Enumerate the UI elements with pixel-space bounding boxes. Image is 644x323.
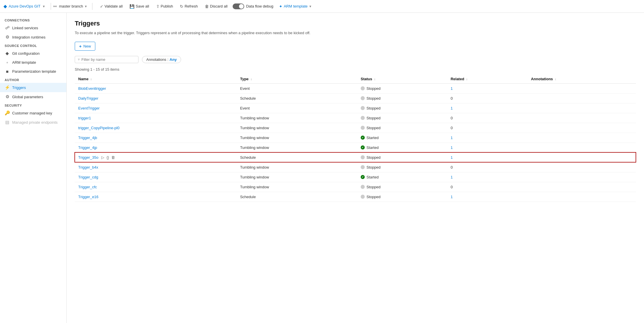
cell-related: 1 bbox=[447, 103, 527, 113]
status-cell: Stopped bbox=[361, 165, 444, 169]
trigger-name-link[interactable]: trigger1 bbox=[78, 116, 91, 120]
filter-input[interactable] bbox=[81, 57, 135, 62]
managed-endpoints-icon: ▤ bbox=[5, 120, 10, 125]
param-template-icon: ■ bbox=[5, 69, 10, 74]
cell-status: Stopped bbox=[357, 152, 447, 162]
toolbar-actions: ✓ Validate all 💾 Save all ⇧ Publish ↻ Re… bbox=[97, 3, 231, 10]
trigger-name-link[interactable]: Trigger_cfc bbox=[78, 185, 97, 189]
row-actions: ▷{}🗑 bbox=[101, 155, 115, 160]
sidebar-item-parameterization-template[interactable]: ■ Parameterization template bbox=[0, 67, 66, 76]
sidebar-item-integration-runtimes[interactable]: ⚙ Integration runtimes bbox=[0, 32, 66, 42]
validate-icon: ✓ bbox=[100, 4, 103, 9]
table-header: Name ↕ Type ↕ Status ↕ Related ↕ Annotat… bbox=[75, 74, 636, 84]
col-status[interactable]: Status ↕ bbox=[357, 74, 447, 84]
status-cell: ✓Started bbox=[361, 136, 444, 140]
cell-name: Trigger_4jp bbox=[75, 143, 237, 152]
sidebar-item-global-parameters[interactable]: ⚙ Global parameters bbox=[0, 92, 66, 101]
filter-input-wrap[interactable]: ▿ bbox=[75, 56, 138, 63]
discard-all-button[interactable]: 🗑 Discard all bbox=[202, 3, 231, 10]
sidebar-item-triggers[interactable]: ⚡ Triggers bbox=[0, 83, 66, 92]
status-cell: Stopped bbox=[361, 96, 444, 101]
triggers-icon: ⚡ bbox=[5, 85, 10, 90]
new-trigger-button[interactable]: + New bbox=[75, 42, 95, 51]
related-link[interactable]: 1 bbox=[450, 155, 453, 160]
cell-name: Trigger_cfc bbox=[75, 182, 237, 192]
arm-template-button[interactable]: ✦ ARM template ▼ bbox=[277, 3, 314, 10]
trigger-name-link[interactable]: Trigger_b4x bbox=[78, 165, 98, 169]
triggers-tbody: BlobEventtriggerEventStopped1DailyTrigge… bbox=[75, 83, 636, 202]
related-link[interactable]: 1 bbox=[450, 175, 453, 179]
trigger-name-link[interactable]: EventTrigger bbox=[78, 106, 100, 110]
trigger-name-link[interactable]: Trigger_35o bbox=[78, 155, 98, 160]
status-started-icon: ✓ bbox=[361, 136, 365, 140]
related-link[interactable]: 1 bbox=[450, 86, 453, 91]
publish-icon: ⇧ bbox=[156, 4, 160, 9]
code-icon[interactable]: {} bbox=[107, 155, 109, 160]
col-type[interactable]: Type ↕ bbox=[237, 74, 357, 84]
dataflow-debug-toggle: Data flow debug bbox=[233, 3, 273, 9]
refresh-button[interactable]: ↻ Refresh bbox=[177, 3, 201, 10]
status-text: Started bbox=[366, 175, 379, 179]
validate-all-button[interactable]: ✓ Validate all bbox=[97, 3, 126, 10]
sidebar-item-label-integration-runtimes: Integration runtimes bbox=[12, 35, 45, 39]
cell-status: Stopped bbox=[357, 162, 447, 172]
new-plus-icon: + bbox=[79, 44, 82, 49]
sidebar-item-label-global-parameters: Global parameters bbox=[12, 95, 43, 99]
col-related[interactable]: Related ↕ bbox=[447, 74, 527, 84]
publish-button[interactable]: ⇧ Publish bbox=[153, 3, 176, 10]
sidebar-item-git-configuration[interactable]: ◆ Git configuration bbox=[0, 49, 66, 58]
trigger-name-link[interactable]: Trigger_4jp bbox=[78, 145, 97, 150]
related-link[interactable]: 1 bbox=[450, 145, 453, 150]
related-link[interactable]: 1 bbox=[450, 195, 453, 199]
trigger-name-link[interactable]: trigger_CopyPipeline-pl0 bbox=[78, 126, 119, 130]
cell-name: trigger1 bbox=[75, 113, 237, 123]
sidebar-item-linked-services[interactable]: ☍ Linked services bbox=[0, 23, 66, 32]
toolbar: ◆ Azure DevOps GIT ▼ ⚯ master branch ▼ ✓… bbox=[0, 0, 644, 13]
cell-status: Stopped bbox=[357, 93, 447, 103]
trigger-name-link[interactable]: BlobEventtrigger bbox=[78, 86, 106, 91]
cell-related: 1 bbox=[447, 152, 527, 162]
brand-chevron-icon[interactable]: ▼ bbox=[42, 5, 45, 8]
toggle-switch[interactable] bbox=[233, 3, 244, 9]
sidebar-item-customer-managed-key[interactable]: 🔑 Customer managed key bbox=[0, 108, 66, 118]
cell-annotations bbox=[528, 133, 636, 143]
source-control-section-title: Source control bbox=[0, 42, 66, 49]
related-link[interactable]: 1 bbox=[450, 136, 453, 140]
cell-name: Trigger_4jb bbox=[75, 133, 237, 143]
trigger-name-link[interactable]: Trigger_e16 bbox=[78, 195, 98, 199]
col-annotations[interactable]: Annotations ↕ bbox=[528, 74, 636, 84]
trigger-name-link[interactable]: Trigger_cdg bbox=[78, 175, 98, 179]
save-all-button[interactable]: 💾 Save all bbox=[127, 3, 152, 10]
status-cell: ✓Started bbox=[361, 175, 444, 179]
cell-type: Tumbling window bbox=[237, 113, 357, 123]
cell-related: 0 bbox=[447, 182, 527, 192]
cell-related: 1 bbox=[447, 172, 527, 182]
discard-label: Discard all bbox=[210, 4, 228, 8]
status-cell: Stopped bbox=[361, 126, 444, 130]
annotations-label: Annotations bbox=[146, 57, 166, 62]
refresh-label: Refresh bbox=[185, 4, 198, 8]
play-icon[interactable]: ▷ bbox=[101, 155, 104, 160]
cell-related: 0 bbox=[447, 123, 527, 133]
cell-name: Trigger_cdg bbox=[75, 172, 237, 182]
status-text: Stopped bbox=[366, 155, 380, 160]
sidebar-item-arm-template[interactable]: ▫ ARM template bbox=[0, 58, 66, 67]
cell-type: Schedule bbox=[237, 152, 357, 162]
cell-type: Schedule bbox=[237, 93, 357, 103]
toolbar-divider-2 bbox=[92, 3, 92, 10]
cell-related: 0 bbox=[447, 93, 527, 103]
related-link[interactable]: 1 bbox=[450, 106, 453, 110]
col-name[interactable]: Name ↕ bbox=[75, 74, 237, 84]
status-cell: Stopped bbox=[361, 155, 444, 160]
table-row: trigger1Tumbling windowStopped0 bbox=[75, 113, 636, 123]
annotations-filter-button[interactable]: Annotations : Any bbox=[142, 56, 181, 63]
trigger-name-link[interactable]: DailyTrigger bbox=[78, 96, 98, 101]
delete-icon[interactable]: 🗑 bbox=[111, 155, 115, 160]
cell-status: Stopped bbox=[357, 83, 447, 93]
cell-status: ✓Started bbox=[357, 143, 447, 152]
connections-section-title: Connections bbox=[0, 16, 66, 23]
branch-selector[interactable]: master branch ▼ bbox=[57, 3, 90, 10]
sort-status-icon: ↕ bbox=[374, 78, 375, 81]
brand-azure-devops[interactable]: ◆ Azure DevOps GIT ▼ bbox=[3, 3, 48, 9]
trigger-name-link[interactable]: Trigger_4jb bbox=[78, 136, 97, 140]
